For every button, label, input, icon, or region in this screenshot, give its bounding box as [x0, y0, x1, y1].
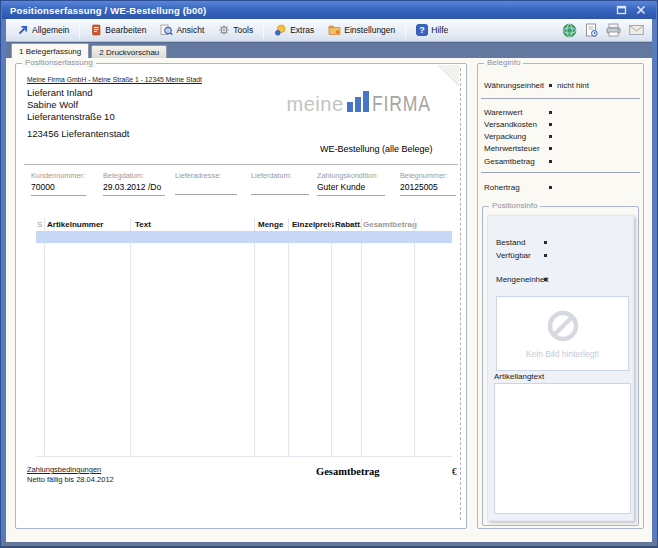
app-window: Positionserfassung / WE-Bestellung (b00)…: [0, 0, 658, 548]
payment-terms-value: Netto fällig bis 28.04.2012: [27, 475, 114, 484]
info-row-waehrungseinheit: Währungseinheit nicht hint: [478, 81, 643, 92]
info-label: Währungseinheit: [484, 81, 544, 90]
field-value[interactable]: 20125005: [400, 182, 456, 196]
info-row-mengeneinheit: Mengeneinheit: [488, 275, 633, 286]
globe-icon[interactable]: [562, 23, 577, 38]
menu-label: Extras: [290, 25, 314, 35]
info-label: Warenwert: [484, 108, 522, 117]
info-row-rohertrag: Rohertrag: [478, 183, 643, 194]
gear-icon: [218, 24, 230, 36]
column-header-rabatt[interactable]: Rabatt.: [335, 218, 362, 231]
help-icon: ?: [416, 24, 428, 36]
restore-icon[interactable]: [614, 4, 628, 17]
settings-folder-icon: [328, 24, 341, 36]
info-label: Gesamtbetrag: [484, 157, 535, 166]
menu-label: Allgemein: [32, 25, 69, 35]
field-lieferadresse[interactable]: Lieferadresse:: [175, 171, 237, 195]
no-image-icon: [545, 308, 581, 348]
menu-label: Ansicht: [176, 25, 204, 35]
info-row-warenwert: Warenwert: [478, 108, 643, 119]
document-type: WE-Bestellung (alle Belege): [320, 144, 433, 154]
field-label: Belegdatum:: [103, 171, 165, 180]
window-title: Positionserfassung / WE-Bestellung (b00): [10, 5, 614, 16]
column-separator: [414, 218, 415, 456]
tab-belegerfassung[interactable]: 1 Belegerfassung: [11, 43, 89, 58]
magnifier-page-icon: [160, 24, 173, 36]
column-header-gesamtbetrag[interactable]: Gesamtbetrag: [363, 218, 417, 231]
column-header-s[interactable]: S: [37, 218, 42, 231]
field-value[interactable]: 70000: [31, 182, 86, 196]
field-value[interactable]: [251, 182, 309, 195]
tab-druckvorschau[interactable]: 2 Druckvorschau: [91, 45, 167, 58]
column-header-artikelnummer[interactable]: Artikelnummer: [47, 218, 103, 231]
group-label: Positionserfassung: [22, 58, 96, 68]
divider: [24, 164, 458, 165]
menu-label: Hilfe: [431, 25, 448, 35]
bullet-icon: [544, 241, 547, 244]
column-header-menge[interactable]: Menge: [258, 218, 283, 231]
menu-bearbeiten[interactable]: Bearbeiten: [83, 21, 153, 39]
field-belegdatum[interactable]: Belegdatum: 29.03.2012 /Do: [103, 171, 165, 196]
mail-icon[interactable]: [629, 24, 644, 36]
paper-torn-edge: [460, 68, 461, 520]
menu-bar: Allgemein Bearbeiten Ansicht Tools Extra…: [6, 19, 652, 42]
menu-separator: [405, 23, 406, 38]
field-belegnummer[interactable]: Belegnummer: 20125005: [400, 171, 456, 196]
tab-strip: 1 Belegerfassung 2 Druckvorschau: [6, 42, 652, 58]
company-logo: meine FIRMA: [287, 91, 445, 113]
bullet-icon: [549, 186, 552, 189]
sender-line: Meine Firma GmbH - Meine Straße 1 - 1234…: [27, 76, 202, 83]
extras-sphere-icon: [274, 24, 287, 36]
field-value[interactable]: 29.03.2012 /Do: [103, 182, 165, 196]
longtext-textarea[interactable]: [494, 383, 631, 514]
column-separator: [44, 218, 45, 456]
edit-notebook-icon: [90, 24, 102, 36]
field-kundennummer[interactable]: Kundennummer: 70000: [31, 171, 86, 196]
field-value[interactable]: [175, 182, 237, 195]
arrow-ne-icon: [17, 24, 29, 36]
column-header-einzelpreis[interactable]: Einzelpreis: [292, 218, 334, 231]
logo-bars-icon: [347, 91, 369, 112]
logo-text-firma: FIRMA: [372, 94, 431, 113]
currency-symbol: €: [452, 467, 457, 477]
field-zahlungskondition[interactable]: Zahlungskondition: Guter Kunde: [317, 171, 385, 196]
field-label: Belegnummer:: [400, 171, 456, 180]
printer-icon[interactable]: [606, 23, 621, 37]
recipient-contact: Sabine Wolf: [27, 99, 78, 110]
title-bar: Positionserfassung / WE-Bestellung (b00): [2, 1, 656, 19]
positionsinfo-panel: Bestand Verfügbar Mengeneinheit: [487, 215, 634, 521]
recipient-name: Lieferant Inland: [27, 87, 93, 98]
document-info-icon[interactable]: [585, 23, 598, 37]
field-label: Zahlungskondition:: [317, 171, 385, 180]
field-label: Kundennummer:: [31, 171, 86, 180]
selected-table-row[interactable]: [36, 231, 452, 243]
info-row-mehrwertsteuer: Mehrwertsteuer: [478, 144, 643, 155]
svg-text:?: ?: [420, 25, 426, 35]
window-frame-right: [652, 1, 657, 547]
column-header-text[interactable]: Text: [135, 218, 151, 231]
menu-tools[interactable]: Tools: [211, 21, 260, 39]
info-label: Mengeneinheit: [496, 275, 548, 284]
positionsinfo-group: Positionsinfo Bestand Verfügbar Mengenei…: [482, 206, 639, 526]
content-area: Positionserfassung Meine Firma GmbH - Me…: [6, 58, 652, 542]
info-row-gesamtbetrag: Gesamtbetrag: [478, 157, 643, 168]
logo-text-meine: meine: [287, 95, 344, 113]
field-label: Lieferadresse:: [175, 171, 237, 180]
menu-label: Einstellungen: [344, 25, 395, 35]
info-label: Mehrwertsteuer: [484, 144, 540, 153]
menu-ansicht[interactable]: Ansicht: [153, 21, 211, 39]
recipient-city: 123456 Lieferantenstadt: [27, 128, 129, 139]
close-icon[interactable]: [634, 4, 648, 17]
field-lieferdatum[interactable]: Lieferdatum:: [251, 171, 309, 195]
column-separator: [288, 218, 289, 456]
menu-hilfe[interactable]: ? Hilfe: [409, 21, 455, 39]
menu-label: Tools: [233, 25, 253, 35]
field-value[interactable]: Guter Kunde: [317, 182, 385, 196]
no-image-text: Kein Bild hinterlegt!: [526, 349, 599, 359]
menu-allgemein[interactable]: Allgemein: [10, 21, 76, 39]
divider: [481, 172, 640, 173]
menu-einstellungen[interactable]: Einstellungen: [321, 21, 402, 39]
table-bottom-border: [36, 456, 452, 457]
menu-extras[interactable]: Extras: [267, 21, 321, 39]
article-image-placeholder: Kein Bild hinterlegt!: [496, 296, 629, 371]
